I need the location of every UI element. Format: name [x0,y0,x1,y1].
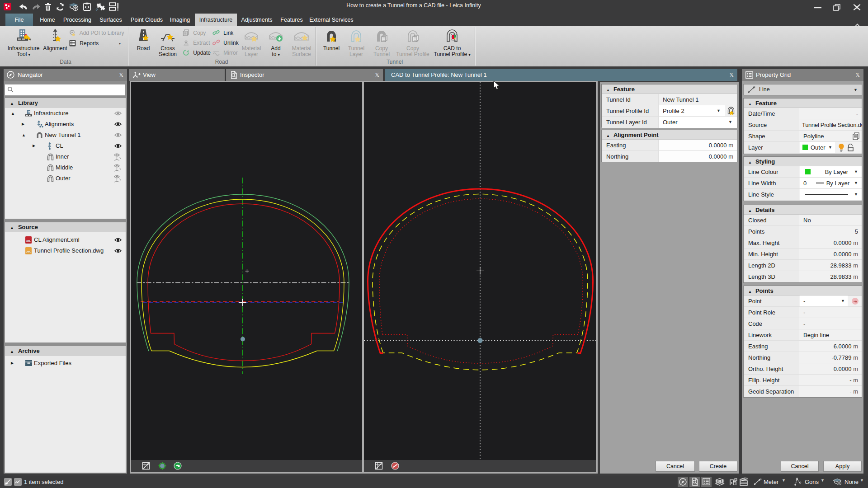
svg-text:DWG: DWG [26,251,31,253]
svg-text:XML: XML [26,240,31,242]
